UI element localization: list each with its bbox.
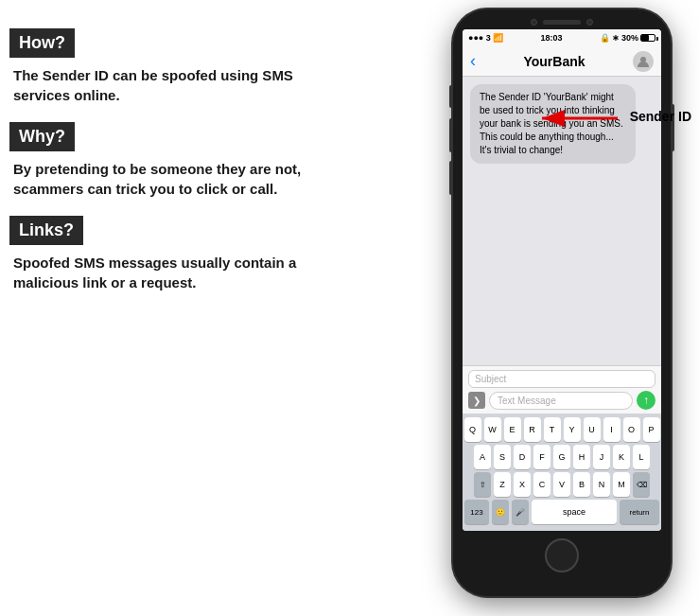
keyboard-row-4: 123 🙂 🎤 space return bbox=[464, 500, 659, 524]
input-area: Subject ❯ Text Message ↑ bbox=[463, 365, 661, 414]
time-display: 18:03 bbox=[540, 33, 562, 43]
key-g[interactable]: G bbox=[553, 445, 570, 469]
key-b[interactable]: B bbox=[573, 472, 590, 497]
volume-down-button bbox=[449, 161, 453, 195]
key-d[interactable]: D bbox=[514, 445, 531, 469]
return-key[interactable]: return bbox=[620, 500, 659, 524]
shift-key[interactable]: ⇧ bbox=[474, 472, 491, 497]
how-text: The Sender ID can be spoofed using SMS s… bbox=[9, 65, 312, 105]
key-r[interactable]: R bbox=[524, 417, 541, 442]
key-f[interactable]: F bbox=[533, 445, 550, 469]
message-row: ❯ Text Message ↑ bbox=[468, 391, 655, 410]
battery-text: 30% bbox=[621, 33, 638, 43]
key-m[interactable]: M bbox=[613, 472, 630, 497]
send-button[interactable]: ↑ bbox=[637, 391, 655, 410]
message-input[interactable]: Text Message bbox=[489, 392, 633, 410]
signal-text: ●●● 3 bbox=[468, 33, 491, 43]
volume-up-button bbox=[449, 118, 453, 152]
links-block: Links? Spoofed SMS messages usually cont… bbox=[9, 216, 312, 292]
nav-title: YourBank bbox=[523, 54, 585, 69]
keyboard-row-3: ⇧ Z X C V B N M ⌫ bbox=[464, 472, 659, 497]
key-o[interactable]: O bbox=[623, 417, 640, 442]
battery-fill bbox=[641, 35, 649, 41]
how-heading: How? bbox=[9, 28, 75, 58]
key-u[interactable]: U bbox=[584, 417, 601, 442]
why-text: By pretending to be someone they are not… bbox=[9, 159, 312, 199]
key-q[interactable]: Q bbox=[464, 417, 481, 442]
phone-top-bar bbox=[463, 19, 661, 26]
key-e[interactable]: E bbox=[504, 417, 521, 442]
key-s[interactable]: S bbox=[494, 445, 511, 469]
expand-button[interactable]: ❯ bbox=[468, 392, 485, 409]
phone-screen: ●●● 3 📶 18:03 🔒 ∗ 30% ‹ YourBank bbox=[463, 29, 661, 531]
mic-key[interactable]: 🎤 bbox=[512, 500, 529, 524]
phone-body: ●●● 3 📶 18:03 🔒 ∗ 30% ‹ YourBank bbox=[453, 9, 671, 596]
subject-field[interactable]: Subject bbox=[468, 370, 655, 388]
key-j[interactable]: J bbox=[593, 445, 610, 469]
key-z[interactable]: Z bbox=[494, 472, 511, 497]
key-x[interactable]: X bbox=[514, 472, 531, 497]
contact-icon[interactable] bbox=[633, 51, 654, 72]
earpiece-speaker bbox=[543, 20, 581, 25]
key-a[interactable]: A bbox=[474, 445, 491, 469]
mute-button bbox=[449, 85, 453, 108]
sender-id-annotation: Sender ID bbox=[630, 109, 691, 124]
bluetooth-icon: ∗ bbox=[612, 33, 620, 43]
battery-icon bbox=[640, 34, 655, 42]
key-k[interactable]: K bbox=[613, 445, 630, 469]
delete-key[interactable]: ⌫ bbox=[633, 472, 650, 497]
phone-mockup: ●●● 3 📶 18:03 🔒 ∗ 30% ‹ YourBank bbox=[453, 9, 671, 606]
lock-icon: 🔒 bbox=[600, 33, 610, 43]
status-bar: ●●● 3 📶 18:03 🔒 ∗ 30% bbox=[463, 29, 661, 46]
links-heading: Links? bbox=[9, 216, 83, 245]
keyboard-row-1: Q W E R T Y U I O P bbox=[464, 417, 659, 442]
keyboard-row-2: A S D F G H J K L bbox=[464, 445, 659, 469]
status-left: ●●● 3 📶 bbox=[468, 33, 503, 43]
keyboard: Q W E R T Y U I O P A S D F G H bbox=[463, 414, 661, 531]
numbers-key[interactable]: 123 bbox=[464, 500, 489, 524]
sender-id-label: Sender ID bbox=[630, 109, 691, 124]
links-text: Spoofed SMS messages usually contain a m… bbox=[9, 253, 312, 292]
how-block: How? The Sender ID can be spoofed using … bbox=[9, 28, 312, 105]
key-l[interactable]: L bbox=[633, 445, 650, 469]
red-arrow bbox=[534, 107, 620, 130]
key-i[interactable]: I bbox=[603, 417, 620, 442]
left-panel: How? The Sender ID can be spoofed using … bbox=[9, 28, 312, 309]
key-v[interactable]: V bbox=[553, 472, 570, 497]
key-y[interactable]: Y bbox=[564, 417, 581, 442]
nav-bar: ‹ YourBank bbox=[463, 46, 661, 77]
front-camera bbox=[531, 19, 537, 26]
space-key[interactable]: space bbox=[532, 500, 617, 524]
status-right: 🔒 ∗ 30% bbox=[600, 33, 655, 43]
why-heading: Why? bbox=[9, 122, 75, 151]
key-p[interactable]: P bbox=[643, 417, 660, 442]
key-n[interactable]: N bbox=[593, 472, 610, 497]
key-w[interactable]: W bbox=[484, 417, 501, 442]
phone-bottom-bar bbox=[463, 538, 661, 572]
back-button[interactable]: ‹ bbox=[470, 51, 476, 71]
wifi-icon: 📶 bbox=[493, 33, 503, 43]
emoji-key[interactable]: 🙂 bbox=[492, 500, 509, 524]
home-button[interactable] bbox=[545, 538, 579, 572]
key-c[interactable]: C bbox=[533, 472, 550, 497]
key-h[interactable]: H bbox=[573, 445, 590, 469]
why-block: Why? By pretending to be someone they ar… bbox=[9, 122, 312, 199]
sensor bbox=[586, 19, 593, 26]
key-t[interactable]: T bbox=[544, 417, 561, 442]
